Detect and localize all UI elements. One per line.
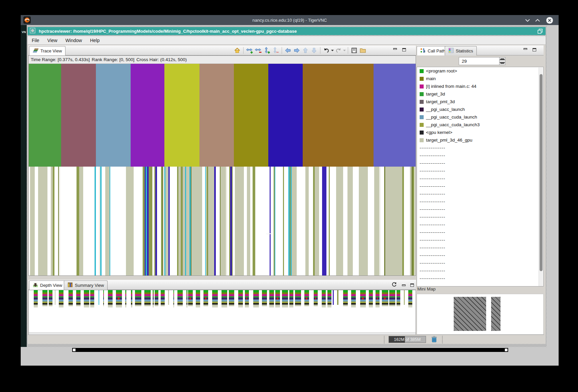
call-path-entry[interactable]: main [417, 75, 543, 82]
zoom-in-vertical-button[interactable] [263, 46, 271, 54]
call-path-dash-entry[interactable]: -------------- [417, 167, 543, 175]
callpath-scrollbar-thumb[interactable] [540, 74, 543, 271]
call-path-entry[interactable]: __pgi_uacc_cuda_launch3 [417, 121, 543, 129]
call-path-dash-entry[interactable]: -------------- [417, 236, 543, 244]
trace-pane-minimize-icon[interactable] [393, 48, 397, 50]
trace-canvas[interactable] [29, 64, 416, 275]
minimap-viewport-hatch-1[interactable] [454, 297, 486, 331]
redo-dropdown-caret[interactable] [343, 46, 346, 54]
go-right-button[interactable] [292, 46, 301, 54]
call-path-dash-entry[interactable]: -------------- [417, 205, 543, 213]
depth-tabbar: Depth View Summary View [28, 280, 416, 290]
call-path-entry[interactable]: <program root> [417, 67, 543, 75]
call-path-entry[interactable]: target_3d [417, 90, 543, 98]
tab-call-path[interactable]: Call Path [417, 46, 449, 55]
app-titlebar[interactable]: hpctraceviewer: /home/ql19/HPC_Programmi… [28, 27, 546, 35]
vnc-minimize-button[interactable] [524, 17, 531, 24]
call-path-dash-entry[interactable]: -------------- [417, 259, 543, 267]
call-path-dash-entry[interactable]: -------------- [417, 282, 543, 286]
call-path-dash-entry[interactable]: -------------- [417, 152, 543, 159]
zoom-in-horizontal-button[interactable] [245, 46, 254, 54]
go-up-button[interactable] [301, 46, 310, 54]
trace-pane-minmax [393, 48, 406, 51]
minimap[interactable] [417, 294, 544, 335]
spinner-up-button[interactable] [499, 57, 505, 61]
rank-band [268, 64, 303, 167]
call-path-list[interactable]: <program root>main[I] inlined from main.… [417, 67, 544, 286]
home-button[interactable] [233, 46, 242, 54]
tab-trace-view[interactable]: Trace View [29, 46, 65, 55]
app-restore-icon[interactable] [537, 28, 543, 35]
redo-button[interactable] [334, 46, 343, 54]
rank-band [61, 64, 96, 167]
vnc-horizontal-scrollbar[interactable] [72, 348, 509, 352]
menu-file[interactable]: File [28, 38, 43, 43]
undo-dropdown-caret[interactable] [331, 46, 334, 54]
depth-pane-minimize-icon[interactable] [402, 284, 406, 286]
menu-view[interactable]: View [43, 38, 61, 43]
undo-button[interactable] [322, 46, 331, 54]
call-path-entry-label: <program root> [426, 68, 457, 73]
garbage-collect-button[interactable] [431, 336, 437, 344]
background-window-edge[interactable]: VN [21, 25, 27, 347]
call-path-entry[interactable]: target_pml_3d_46_gpu [417, 136, 543, 144]
call-path-dash-entry[interactable]: -------------- [417, 221, 543, 228]
minimap-label: Mini Map [417, 286, 436, 291]
call-path-entry[interactable]: <gpu kernel> [417, 129, 543, 136]
depth-column [314, 290, 318, 306]
spinner-down-button[interactable] [499, 61, 505, 65]
call-path-dash-entry[interactable]: -------------- [417, 175, 543, 182]
vnc-titlebar[interactable]: nancy.cs.rice.edu:10 (ql19) - TigerVNC [21, 15, 559, 25]
depth-column [55, 290, 55, 305]
go-left-button[interactable] [284, 46, 292, 54]
call-path-entry[interactable]: target_pml_3d [417, 98, 543, 106]
call-path-dash-entry[interactable]: -------------- [417, 274, 543, 282]
menu-window[interactable]: Window [61, 38, 86, 43]
depth-column [76, 290, 81, 306]
call-path-dash-entry[interactable]: -------------- [417, 251, 543, 259]
callpath-pane-minimize-icon[interactable] [524, 48, 527, 50]
tab-depth-view[interactable]: Depth View [29, 280, 66, 290]
call-path-dash-entry[interactable]: -------------- [417, 244, 543, 251]
vnc-maximize-button[interactable] [534, 17, 541, 24]
vnc-window: nancy.cs.rice.edu:10 (ql19) - TigerVNC V… [21, 15, 559, 366]
depth-column [238, 290, 243, 308]
call-path-color-swatch [420, 108, 424, 112]
callpath-tabbar: Call Path Statistics [417, 45, 544, 55]
menu-help[interactable]: Help [86, 38, 104, 43]
go-down-button[interactable] [310, 46, 318, 54]
zoom-out-horizontal-button[interactable] [254, 46, 263, 54]
call-path-entry[interactable]: __pgi_uacc_launch [417, 106, 543, 113]
call-path-dash-entry[interactable]: -------------- [417, 213, 543, 221]
call-path-dash-entry[interactable]: -------------- [417, 228, 543, 236]
vnc-close-button[interactable] [546, 17, 553, 24]
call-path-dash-entry[interactable]: -------------- [417, 267, 543, 274]
call-path-dash-entry[interactable]: -------------- [417, 198, 543, 205]
depth-pane-maximize-icon[interactable] [410, 283, 414, 287]
depth-view-canvas[interactable] [28, 290, 416, 335]
save-button[interactable] [350, 46, 358, 54]
call-path-dash-entry[interactable]: -------------- [417, 190, 543, 198]
call-path-dash-entry[interactable]: -------------- [417, 182, 543, 190]
app-body: Trace View [28, 45, 546, 344]
call-path-entry[interactable]: [I] inlined from main.c: 44 [417, 82, 543, 90]
minimap-viewport-hatch-2[interactable] [491, 297, 500, 331]
call-path-entry-label: main [426, 76, 436, 81]
call-path-dash-entry[interactable]: -------------- [417, 144, 543, 152]
depth-spinner-input[interactable]: 29 [459, 57, 499, 65]
memory-usage-widget[interactable]: 162M of 385M [389, 336, 426, 343]
scrollbar-right-arrow[interactable] [505, 349, 508, 351]
tab-statistics[interactable]: Statistics [445, 46, 477, 55]
depth-column [212, 290, 218, 308]
scrollbar-left-arrow[interactable] [73, 349, 76, 351]
callpath-pane-maximize-icon[interactable] [533, 48, 536, 51]
trace-pane-maximize-icon[interactable] [402, 48, 406, 51]
zoom-out-vertical-button[interactable] [271, 46, 280, 54]
call-path-dash-entry[interactable]: -------------- [417, 159, 543, 167]
open-database-button[interactable] [358, 46, 367, 54]
tab-summary-view[interactable]: Summary View [64, 280, 108, 290]
callpath-scrollbar[interactable] [539, 67, 543, 286]
call-path-entry[interactable]: __pgi_uacc_cuda_launch [417, 113, 543, 121]
refresh-button[interactable] [391, 281, 397, 289]
rank-band [374, 64, 416, 167]
